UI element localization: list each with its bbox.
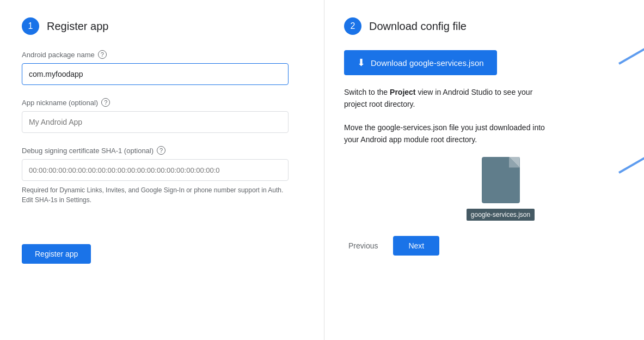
step2-circle: 2 <box>344 17 361 35</box>
info-text-1: Switch to the Project view in Android St… <box>344 86 551 111</box>
file-label: google-services.json <box>467 209 535 221</box>
download-icon: ⬇ <box>357 57 365 69</box>
sha1-input[interactable] <box>22 159 289 181</box>
download-config-button[interactable]: ⬇ Download google-services.json <box>344 50 497 75</box>
step2-header: 2 Download config file <box>344 17 624 35</box>
step1-header: 1 Register app <box>22 17 302 35</box>
download-button-label: Download google-services.json <box>371 58 484 68</box>
package-name-input[interactable] <box>22 63 289 85</box>
step2-title: Download config file <box>369 20 467 33</box>
app-nickname-label: App nickname (optional) ? <box>22 98 302 107</box>
app-nickname-help-icon[interactable]: ? <box>101 98 110 107</box>
nav-buttons: Previous Next <box>344 236 624 256</box>
previous-button[interactable]: Previous <box>344 236 382 256</box>
left-panel: 1 Register app Android package name ? Ap… <box>0 0 324 340</box>
package-name-label: Android package name ? <box>22 50 302 59</box>
step1-circle: 1 <box>22 17 39 35</box>
step1-title: Register app <box>47 20 108 33</box>
sha1-group: Debug signing certificate SHA-1 (optiona… <box>22 146 302 205</box>
register-app-button[interactable]: Register app <box>22 244 91 264</box>
deco-line-1 <box>618 46 644 64</box>
sha1-helper-text: Required for Dynamic Links, Invites, and… <box>22 185 289 205</box>
info-text-2: Move the google-services.json file you j… <box>344 122 551 146</box>
next-button[interactable]: Next <box>393 236 439 256</box>
app-nickname-input[interactable] <box>22 111 289 133</box>
sha1-help-icon[interactable]: ? <box>157 146 165 155</box>
package-name-help-icon[interactable]: ? <box>98 50 107 59</box>
file-illustration: google-services.json <box>377 157 624 221</box>
sha1-label: Debug signing certificate SHA-1 (optiona… <box>22 146 302 155</box>
package-name-group: Android package name ? <box>22 50 302 85</box>
app-nickname-group: App nickname (optional) ? <box>22 98 302 133</box>
right-panel: 2 Download config file ⬇ Download google… <box>324 0 644 340</box>
file-icon <box>482 157 520 203</box>
